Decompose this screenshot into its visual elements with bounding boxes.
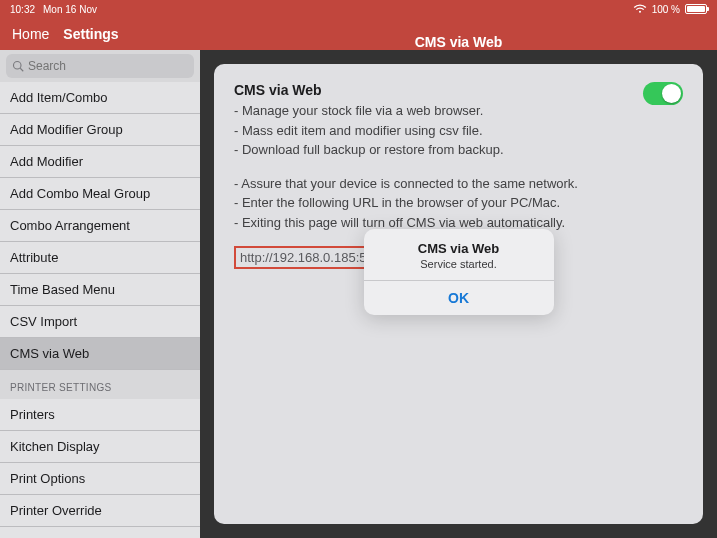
wifi-icon xyxy=(633,4,647,14)
status-right: 100 % xyxy=(633,4,707,15)
page-title: CMS via Web xyxy=(200,34,717,50)
content-wrap: CMS via Web - Manage your stock file via… xyxy=(200,50,717,538)
section-header-printer: PRINTER SETTINGS xyxy=(0,370,200,399)
nav-settings-button[interactable]: Settings xyxy=(63,26,118,42)
dialog-overlay: CMS via Web Service started. OK xyxy=(214,64,703,524)
sidebar-item[interactable]: Add Modifier Group xyxy=(0,114,200,146)
search-input[interactable] xyxy=(28,59,188,73)
battery-percent: 100 % xyxy=(652,4,680,15)
search-icon xyxy=(12,60,24,72)
alert-dialog: CMS via Web Service started. OK xyxy=(364,229,554,315)
sidebar-item[interactable]: CMS via Web xyxy=(0,338,200,370)
dialog-message: Service started. xyxy=(376,258,542,270)
sidebar-item[interactable]: Add Item/Combo xyxy=(0,82,200,114)
search-wrap xyxy=(0,50,200,82)
status-date: Mon 16 Nov xyxy=(43,4,97,15)
status-bar: 10:32 Mon 16 Nov 100 % xyxy=(0,0,717,18)
sidebar[interactable]: Add Item/ComboAdd Modifier GroupAdd Modi… xyxy=(0,50,200,538)
svg-point-0 xyxy=(14,62,22,70)
sidebar-item[interactable]: Attribute xyxy=(0,242,200,274)
status-left: 10:32 Mon 16 Nov xyxy=(10,4,97,15)
dialog-ok-button[interactable]: OK xyxy=(364,281,554,315)
sidebar-item[interactable]: Printer Override xyxy=(0,495,200,527)
nav-home-button[interactable]: Home xyxy=(12,26,49,42)
search-box[interactable] xyxy=(6,54,194,78)
nav-header: Home Settings CMS via Web xyxy=(0,18,717,50)
sidebar-item[interactable]: CSV Import xyxy=(0,306,200,338)
sidebar-item[interactable]: Barcode Label Printing xyxy=(0,527,200,538)
sidebar-item[interactable]: Add Modifier xyxy=(0,146,200,178)
status-time: 10:32 xyxy=(10,4,35,15)
sidebar-item[interactable]: Combo Arrangement xyxy=(0,210,200,242)
svg-line-1 xyxy=(20,68,23,71)
sidebar-item[interactable]: Printers xyxy=(0,399,200,431)
sidebar-item[interactable]: Add Combo Meal Group xyxy=(0,178,200,210)
content-panel: CMS via Web - Manage your stock file via… xyxy=(214,64,703,524)
sidebar-item[interactable]: Kitchen Display xyxy=(0,431,200,463)
battery-icon xyxy=(685,4,707,14)
sidebar-item[interactable]: Time Based Menu xyxy=(0,274,200,306)
sidebar-item[interactable]: Print Options xyxy=(0,463,200,495)
dialog-title: CMS via Web xyxy=(376,241,542,256)
